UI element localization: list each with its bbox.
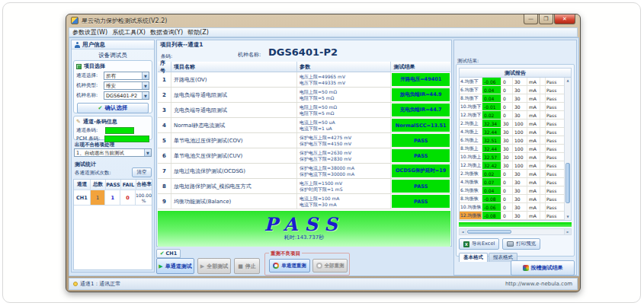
report-high: 100	[513, 120, 527, 127]
report-low: 0	[501, 94, 513, 102]
report-row[interactable]: 12.均衡下 0.02 0 30 mA Pass	[460, 111, 571, 120]
stop-button[interactable]: ■ 停止	[234, 258, 260, 274]
status-url[interactable]: http://www.e-nebula.com	[505, 281, 572, 287]
report-row[interactable]: 6.均衡上 32.51 30 100 mA Pass	[460, 136, 571, 145]
all-retest-button[interactable]: 全部重测	[312, 259, 348, 273]
maximize-button[interactable]: ❐	[539, 14, 553, 24]
confirm-select-button[interactable]: ✔ 确认选择	[77, 103, 149, 113]
report-row[interactable]: 6.均衡下 0.04 0 30 mA Pass	[460, 86, 571, 94]
menu-item[interactable]: 系统工具(X)	[112, 28, 146, 37]
report-unit: mA	[527, 111, 540, 119]
field-dropdown[interactable]: DGS6401-P2 ▼	[104, 91, 149, 100]
slot-test-result-button[interactable]: 按槽测试结果	[511, 260, 575, 276]
report-item: 8.均衡下	[460, 94, 482, 102]
channel-tab-ch1[interactable]: ✔ CH1	[156, 249, 181, 258]
test-row[interactable]: 9 均衡功能测试(Balance) 电流上限=100 mA电流下限=30 mA …	[158, 194, 450, 209]
report-row[interactable]: 2.均衡上 32.34 30 100 mA Pass	[460, 120, 571, 128]
report-row[interactable]: 10.均衡恢 -0.06 0 30 mA Pass	[460, 203, 571, 212]
test-row[interactable]: 7 放电过电流保护测试(OCDSG) 保护电流上限=38000 mA保护电流下限…	[158, 164, 450, 179]
user-info-panel: 用户信息 设备调试员 项目选择 通道选择: 所有 ▼ 机种类型: 维安 ▼ 机种	[71, 40, 155, 273]
all-channel-test-button[interactable]: ▶ 全部测试	[197, 258, 231, 274]
report-low: 0	[501, 78, 513, 85]
scroll-right-icon[interactable]: ►	[564, 229, 571, 234]
horizontal-scrollbar[interactable]: ◄ ►	[459, 228, 572, 235]
minimize-button[interactable]: —	[524, 14, 538, 24]
barcode-input[interactable]	[105, 127, 134, 134]
report-row[interactable]: 12.均衡恢 -0.08 0 30 mA Pass	[460, 212, 571, 220]
report-item: 10.均衡下	[460, 103, 482, 110]
report-row[interactable]: 4.均衡恢 0.07 0 30 mA Pass	[460, 178, 571, 186]
title-bar[interactable]: 星云动力保护检测试系统(V2.2) — ❐ ✕	[66, 14, 580, 27]
col-item-name: 放电短路保护测试_模拟电压方式	[171, 179, 297, 193]
tab-format-0[interactable]: 基本格式	[459, 253, 488, 262]
fail-handling-select[interactable]: 1、自动退出当前测试 ▼	[74, 148, 152, 158]
result-group-box: 测试报告 4.均衡下 -0.06 0 30 mA Pass 6.均衡下 0.04…	[456, 64, 575, 257]
report-row[interactable]: 12.均衡上 32.42 30 100 mA Pass	[460, 161, 571, 170]
test-row[interactable]: 8 放电短路保护测试_模拟电压方式 电压上限=1500 mV保护时间下限=1 m…	[158, 179, 450, 194]
col-params: 保护电压上限=2630 mV保护电压下限=2830 mV	[297, 148, 391, 163]
scrollbar-thumb[interactable]	[566, 163, 570, 202]
scroll-left-icon[interactable]: ◄	[460, 229, 466, 234]
col-params: 保护电流上限=38000 mA保护电流下限=30000 mA	[297, 164, 391, 178]
chevron-down-icon[interactable]: ▼	[142, 82, 149, 89]
single-channel-test-button[interactable]: ▶ 单通道测试	[156, 258, 194, 274]
export-excel-button[interactable]: X 导出Excel	[459, 238, 499, 250]
menu-item[interactable]: 参数设置(W)	[72, 28, 107, 37]
col-no: 5	[158, 133, 171, 148]
report-pass: Pass	[546, 153, 562, 161]
pencil-icon: ✎	[76, 120, 81, 125]
report-low: 0	[501, 186, 513, 194]
report-row[interactable]: 4.均衡下 -0.06 0 30 mA Pass	[460, 78, 571, 86]
report-row[interactable]: 8.均衡上 32.44 30 100 mA Pass	[460, 145, 571, 153]
report-pass: Pass	[546, 170, 562, 177]
col-no: 2	[158, 88, 171, 102]
test-row[interactable]: 1 开路电压(OV) 电压上限=49965 mV电压下限=49335 mV 开路…	[158, 72, 450, 88]
report-unit: mA	[527, 186, 540, 194]
report-row[interactable]: 6.均衡恢 0.04 0 30 mA Pass	[460, 186, 571, 195]
test-row[interactable]: 6 单节电池欠压保护测试(CUV) 保护电压上限=2630 mV保护电压下限=2…	[158, 148, 450, 164]
report-pass: Pass	[546, 161, 562, 169]
report-item: 2.均衡恢	[460, 170, 482, 177]
scroll-down-icon[interactable]: ▼	[565, 214, 571, 220]
stats-data-row[interactable]: CH1 1 1 0 100.00 %	[74, 190, 152, 206]
report-row[interactable]: 8.均衡恢 -0.08 0 30 mA Pass	[460, 195, 571, 203]
field-dropdown[interactable]: 维安 ▼	[104, 81, 149, 90]
scroll-up-icon[interactable]: ▲	[565, 78, 571, 84]
test-row[interactable]: 2 放电负端导通电阻测试 电阻上限=50 mΩ电阻下限=5 mΩ 放电负端IR=…	[158, 88, 450, 103]
print-preview-button[interactable]: 打印预览	[502, 238, 540, 250]
col-result: PASS	[391, 179, 450, 193]
report-high: 100	[513, 136, 527, 144]
report-low: 0	[501, 195, 513, 202]
stats-count-row: 各通道测试次数: 清空	[74, 167, 152, 177]
col-result: 开路电压=49401	[391, 72, 450, 87]
clear-button[interactable]: 清空	[132, 167, 152, 177]
report-value: 32.42	[482, 161, 501, 169]
window-title: 星云动力保护检测试系统(V2.2)	[82, 17, 167, 25]
vertical-scrollbar[interactable]: ▲ ▼	[564, 78, 571, 220]
chevron-down-icon[interactable]: ▼	[142, 72, 149, 79]
close-button[interactable]: ✕	[554, 14, 575, 24]
report-row[interactable]: 10.均衡上 32.57 30 100 mA Pass	[460, 153, 571, 161]
chevron-down-icon[interactable]: ▼	[142, 92, 149, 99]
report-row[interactable]: 4.均衡上 32.44 30 100 mA Pass	[460, 128, 571, 136]
field-dropdown[interactable]: 所有 ▼	[104, 72, 149, 80]
test-row[interactable]: 3 充电负端导通电阻测试 电阻上限=50 mΩ电阻下限=5 mΩ 充电负端IR=…	[158, 103, 450, 118]
chevron-down-icon[interactable]: ▼	[144, 149, 151, 156]
report-pass: Pass	[546, 111, 562, 119]
check-icon: ✔	[98, 105, 103, 111]
report-low: 0	[501, 111, 513, 119]
report-row[interactable]: 10.均衡下 -0.01 0 30 mA Pass	[460, 103, 571, 111]
report-row[interactable]: 2.均衡恢 0.02 0 30 mA Pass	[460, 170, 571, 178]
col-item-name: 单节电池过压保护测试(COV)	[171, 133, 297, 148]
report-row[interactable]: 8.均衡下 0.04 0 30 mA Pass	[460, 94, 571, 103]
single-channel-retest-button[interactable]: 单通道重测	[269, 259, 310, 273]
report-table: 测试报告 4.均衡下 -0.06 0 30 mA Pass 6.均衡下 0.04…	[459, 68, 572, 221]
test-row[interactable]: 5 单节电池过压保护测试(COV) 保护电压上限=4275 mV保护电压下限=4…	[158, 133, 450, 148]
menu-item[interactable]: 数据查询(Y)	[150, 28, 183, 37]
report-value: -0.01	[482, 103, 501, 110]
report-high: 100	[513, 145, 527, 152]
test-row[interactable]: 4 Normal静态电流测试 电流上限=50 uA电流下限=1 uA Norma…	[158, 118, 450, 133]
scrollbar-thumb[interactable]	[467, 230, 511, 234]
menu-item[interactable]: 帮助(Z)	[187, 28, 209, 37]
screenshot-frame: 星云动力保护检测试系统(V2.2) — ❐ ✕ 参数设置(W)系统工具(X)数据…	[2, 2, 641, 303]
